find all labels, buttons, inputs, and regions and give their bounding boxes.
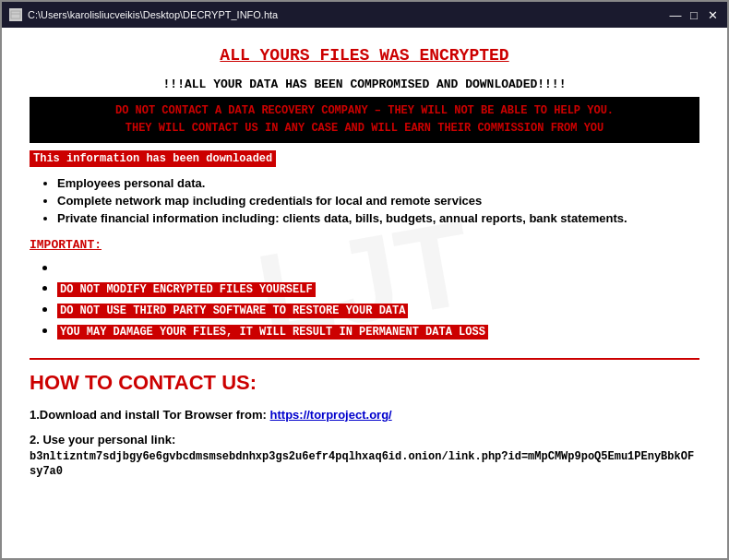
divider	[30, 358, 699, 360]
downloaded-label-wrapper: This information has been downloaded	[30, 149, 699, 176]
downloaded-label: This information has been downloaded	[30, 150, 276, 167]
tor-browser-link[interactable]: https://torproject.org/	[270, 408, 392, 422]
step2: 2. Use your personal link: b3nltizntm7sd…	[30, 433, 699, 478]
step1-label: 1.Download and install Tor Browser from:	[30, 408, 267, 422]
warning-item: DO NOT MODIFY ENCRYPTED FILES YOURSELF	[57, 280, 699, 297]
list-item: Employees personal data.	[57, 176, 699, 190]
list-item: Private financial information including:…	[57, 211, 699, 225]
main-window: C:\Users\karolisliucveikis\Desktop\DECRY…	[0, 0, 729, 560]
warning-item-empty	[57, 259, 699, 276]
subtitle: !!!ALL YOUR DATA HAS BEEN COMPROMISED AN…	[30, 77, 699, 91]
important-label: IMPORTANT:	[30, 238, 699, 252]
personal-link: b3nltizntm7sdjbgy6e6gvbcdmsmsebdnhxp3gs2…	[30, 450, 694, 478]
close-button[interactable]: ✕	[705, 7, 720, 22]
red-block: DO NOT CONTACT A DATA RECOVERY COMPANY –…	[30, 97, 699, 143]
warning-list: DO NOT MODIFY ENCRYPTED FILES YOURSELF D…	[30, 259, 699, 340]
warning-item: DO NOT USE THIRD PARTY SOFTWARE TO RESTO…	[57, 301, 699, 318]
title-bar: C:\Users\karolisliucveikis\Desktop\DECRY…	[2, 2, 727, 28]
warning-item: YOU MAY DAMAGE YOUR FILES, IT WILL RESUL…	[57, 322, 699, 340]
window-controls: — □ ✕	[668, 7, 720, 22]
content-inner: ALL YOURS FILES WAS ENCRYPTED !!!ALL YOU…	[30, 46, 699, 478]
window-icon	[9, 8, 22, 21]
contact-title: HOW TO CONTACT US:	[30, 371, 699, 395]
svg-rect-0	[11, 11, 20, 18]
title-bar-left: C:\Users\karolisliucveikis\Desktop\DECRY…	[9, 8, 278, 21]
data-items-list: Employees personal data. Complete networ…	[30, 176, 699, 225]
step1: 1.Download and install Tor Browser from:…	[30, 408, 699, 422]
maximize-button[interactable]: □	[687, 7, 701, 22]
window-title: C:\Users\karolisliucveikis\Desktop\DECRY…	[28, 9, 278, 20]
content-area[interactable]: LJT ALL YOURS FILES WAS ENCRYPTED !!!ALL…	[2, 28, 727, 558]
main-title: ALL YOURS FILES WAS ENCRYPTED	[30, 46, 699, 65]
minimize-button[interactable]: —	[668, 7, 683, 22]
step2-label: 2. Use your personal link:	[30, 433, 699, 447]
red-block-line2: THEY WILL CONTACT US IN ANY CASE AND WIL…	[125, 122, 604, 135]
list-item: Complete network map including credentia…	[57, 194, 699, 208]
red-block-line1: DO NOT CONTACT A DATA RECOVERY COMPANY –…	[115, 104, 614, 117]
